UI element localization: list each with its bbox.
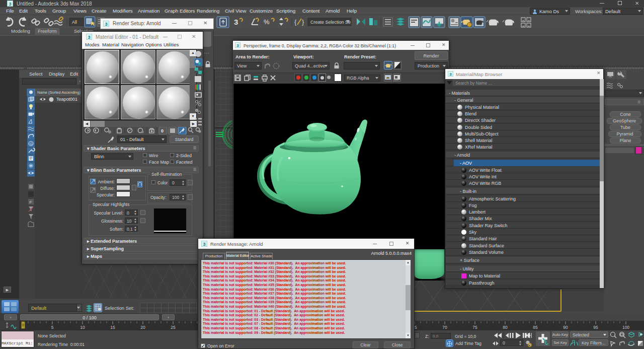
svg-text:25: 25 <box>171 325 176 330</box>
svg-text:F: F <box>30 200 32 204</box>
svg-text:80: 80 <box>503 325 508 330</box>
svg-text:10: 10 <box>80 325 85 330</box>
svg-text:100: 100 <box>622 325 629 330</box>
svg-text:3: 3 <box>234 18 238 26</box>
svg-text:75: 75 <box>472 325 477 330</box>
svg-text:95: 95 <box>593 325 598 330</box>
svg-text:85: 85 <box>533 325 538 330</box>
svg-text:0: 0 <box>161 128 164 133</box>
svg-text:%: % <box>264 18 270 26</box>
svg-text:Create Selection Se: Create Selection Se <box>310 20 351 25</box>
svg-text:5: 5 <box>51 325 54 330</box>
svg-text:15: 15 <box>110 325 115 330</box>
svg-text:G: G <box>30 142 32 146</box>
svg-text:}: } <box>302 18 304 26</box>
svg-text:{: { <box>294 18 297 26</box>
svg-text:90: 90 <box>563 325 568 330</box>
svg-text:20: 20 <box>140 325 145 330</box>
svg-text:70: 70 <box>442 325 447 330</box>
